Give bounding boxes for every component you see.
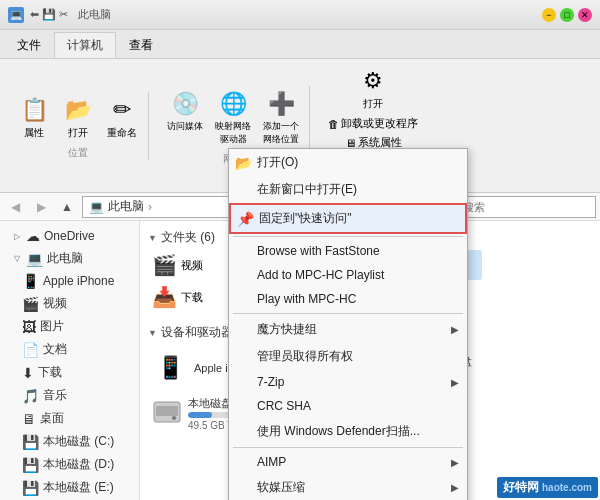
properties-button[interactable]: 📋 属性 — [14, 92, 54, 142]
disk-e-fill — [188, 412, 212, 418]
close-button[interactable]: ✕ — [578, 8, 592, 22]
open-button[interactable]: 📂 打开 — [58, 92, 98, 142]
folder-downloads-icon: 📥 — [152, 285, 177, 309]
folder-label: 视频 — [181, 258, 203, 273]
ctx-7zip-arrow: ▶ — [451, 377, 459, 388]
ctx-aimp[interactable]: AIMP ▶ — [229, 450, 467, 474]
system-props-icon: 🖥 — [345, 137, 356, 149]
minimize-button[interactable]: − — [542, 8, 556, 22]
ctx-compress[interactable]: 软媒压缩 ▶ — [229, 474, 467, 500]
sidebar: ▷ ☁ OneDrive ▽ 💻 此电脑 📱 Apple iPhone 🎬 视频… — [0, 221, 140, 500]
maximize-button[interactable]: □ — [560, 8, 574, 22]
sidebar-item-this-pc[interactable]: ▽ 💻 此电脑 — [0, 247, 139, 270]
sidebar-item-label: 此电脑 — [47, 250, 83, 267]
window-controls[interactable]: − □ ✕ — [542, 8, 592, 22]
rename-icon: ✏ — [106, 94, 138, 126]
expand-icon: ▽ — [12, 254, 22, 264]
uninstall-icon: 🗑 — [328, 118, 339, 130]
ctx-pin-quick-access[interactable]: 📌 固定到"快速访问" — [229, 203, 467, 234]
ctx-admin-ownership[interactable]: 管理员取得所有权 — [229, 343, 467, 370]
search-input[interactable] — [456, 196, 596, 218]
folder-videos-icon: 🎬 — [152, 253, 177, 277]
disk-d-icon: 💾 — [22, 457, 39, 473]
ctx-play-mpc[interactable]: Play with MPC-HC — [229, 287, 467, 311]
sidebar-item-local-e[interactable]: 💾 本地磁盘 (E:) — [0, 476, 139, 499]
settings-icon: ⚙ — [357, 65, 389, 97]
path-separator: › — [148, 200, 152, 214]
title-bar-app-icon: 💻 — [8, 7, 24, 23]
sidebar-item-label: OneDrive — [44, 229, 95, 243]
title-bar-title: 此电脑 — [78, 7, 111, 22]
videos-icon: 🎬 — [22, 296, 39, 312]
sidebar-item-apple-iphone[interactable]: 📱 Apple iPhone — [0, 270, 139, 292]
sidebar-item-downloads[interactable]: ⬇ 下载 — [0, 361, 139, 384]
forward-button[interactable]: ▶ — [30, 196, 52, 218]
back-button[interactable]: ◀ — [4, 196, 26, 218]
ctx-open-new-window[interactable]: 在新窗口中打开(E) — [229, 176, 467, 203]
ctx-sep-2 — [233, 313, 463, 314]
ribbon-tab-file[interactable]: 文件 — [4, 32, 54, 58]
up-button[interactable]: ▲ — [56, 196, 78, 218]
ctx-defender[interactable]: 使用 Windows Defender扫描... — [229, 418, 467, 445]
group-label-location: 位置 — [68, 146, 88, 160]
ctx-aimp-arrow: ▶ — [451, 457, 459, 468]
sidebar-item-label: 图片 — [40, 318, 64, 335]
sidebar-item-local-c[interactable]: 💾 本地磁盘 (C:) — [0, 430, 139, 453]
open-icon: 📂 — [62, 94, 94, 126]
folder-label: 下载 — [181, 290, 203, 305]
access-media-icon: 💿 — [169, 88, 201, 120]
sidebar-item-label: Apple iPhone — [43, 274, 114, 288]
sidebar-item-label: 下载 — [38, 364, 62, 381]
watermark-url: haote.com — [542, 482, 592, 493]
uninstall-button[interactable]: 🗑 卸载或更改程序 — [324, 115, 422, 132]
onedrive-icon: ☁ — [26, 228, 40, 244]
sidebar-item-onedrive[interactable]: ▷ ☁ OneDrive — [0, 225, 139, 247]
sidebar-item-label: 文档 — [43, 341, 67, 358]
sidebar-item-label: 视频 — [43, 295, 67, 312]
rename-button[interactable]: ✏ 重命名 — [102, 92, 142, 142]
sidebar-item-videos[interactable]: 🎬 视频 — [0, 292, 139, 315]
context-menu: 📂 打开(O) 在新窗口中打开(E) 📌 固定到"快速访问" Browse wi… — [228, 148, 468, 500]
disk-e-icon: 💾 — [22, 480, 39, 496]
ctx-crc[interactable]: CRC SHA — [229, 394, 467, 418]
sidebar-item-label: 本地磁盘 (D:) — [43, 456, 114, 473]
documents-icon: 📄 — [22, 342, 39, 358]
ctx-browse-faststone[interactable]: Browse with FastStone — [229, 239, 467, 263]
iphone-device-icon: 📱 — [152, 355, 188, 381]
add-location-icon: ➕ — [265, 88, 297, 120]
sidebar-item-pictures[interactable]: 🖼 图片 — [0, 315, 139, 338]
expand-icon: ▷ — [12, 231, 22, 241]
disk-e-device-icon — [152, 398, 182, 432]
watermark-label: 好特网 — [503, 480, 539, 494]
ctx-sep-1 — [233, 236, 463, 237]
ctx-magic-cube[interactable]: 魔方快捷组 ▶ — [229, 316, 467, 343]
map-network-button[interactable]: 🌐 映射网络 驱动器 — [211, 86, 255, 148]
add-location-button[interactable]: ➕ 添加一个 网络位置 — [259, 86, 303, 148]
folders-chevron[interactable]: ▼ — [148, 233, 157, 243]
sidebar-item-desktop[interactable]: 🖥 桌面 — [0, 407, 139, 430]
folders-section-label: 文件夹 (6) — [161, 229, 215, 246]
ribbon-tab-view[interactable]: 查看 — [116, 32, 166, 58]
sidebar-item-documents[interactable]: 📄 文档 — [0, 338, 139, 361]
ctx-pin-icon: 📌 — [237, 211, 254, 227]
devices-chevron[interactable]: ▼ — [148, 328, 157, 338]
downloads-icon: ⬇ — [22, 365, 34, 381]
ctx-7zip[interactable]: 7-Zip ▶ — [229, 370, 467, 394]
open-settings-button[interactable]: ⚙ 打开 — [353, 63, 393, 113]
ribbon-group-location: 📋 属性 📂 打开 ✏ 重命名 位置 — [8, 92, 149, 160]
sidebar-item-label: 本地磁盘 (E:) — [43, 479, 114, 496]
ribbon-tab-computer[interactable]: 计算机 — [54, 32, 116, 58]
path-part-1: 此电脑 — [108, 198, 144, 215]
sidebar-item-label: 桌面 — [40, 410, 64, 427]
watermark: 好特网 haote.com — [497, 477, 598, 498]
ctx-add-mpc[interactable]: Add to MPC-HC Playlist — [229, 263, 467, 287]
sidebar-item-music[interactable]: 🎵 音乐 — [0, 384, 139, 407]
computer-icon-path: 💻 — [89, 200, 104, 214]
title-bar: 💻 ⬅ 💾 ✂ 此电脑 − □ ✕ — [0, 0, 600, 30]
ctx-arrow-icon: ▶ — [451, 324, 459, 335]
access-media-button[interactable]: 💿 访问媒体 — [163, 86, 207, 148]
sidebar-item-local-d[interactable]: 💾 本地磁盘 (D:) — [0, 453, 139, 476]
music-icon: 🎵 — [22, 388, 39, 404]
ribbon-btn-row-1: 📋 属性 📂 打开 ✏ 重命名 — [14, 92, 142, 142]
ctx-open[interactable]: 📂 打开(O) — [229, 149, 467, 176]
